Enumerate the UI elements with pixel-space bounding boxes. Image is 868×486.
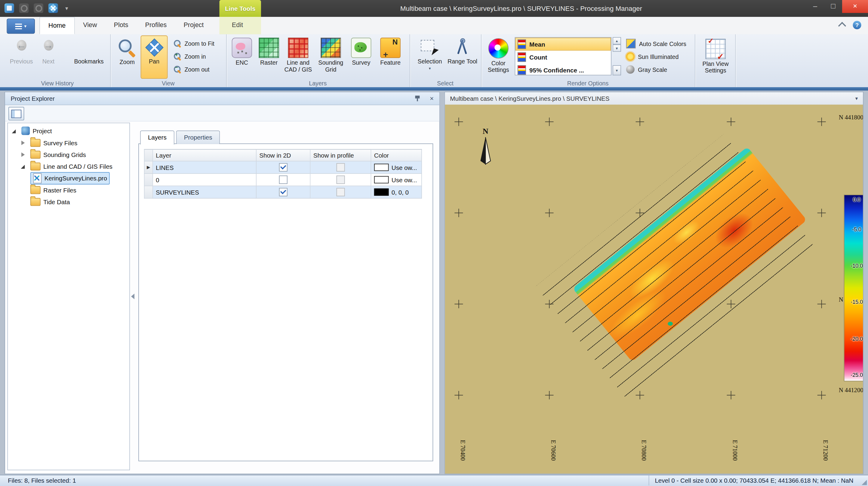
survey-area-icon: [351, 38, 371, 58]
quick-access-toolbar: ▾: [4, 3, 68, 13]
tree-item-keringsurveylines[interactable]: KeringSurveyLines.pro: [8, 172, 129, 184]
bookmarks-button[interactable]: Bookmarks: [71, 35, 107, 79]
explorer-view-button[interactable]: [8, 107, 24, 120]
panel-close-icon[interactable]: ×: [430, 92, 434, 105]
color-swatch[interactable]: [374, 163, 389, 171]
tree-item-project[interactable]: Project: [8, 125, 129, 136]
next-button[interactable]: → Next: [35, 35, 62, 79]
resize-grip[interactable]: ◢: [862, 479, 867, 485]
tree-item-sounding-grids[interactable]: Sounding Grids: [8, 149, 129, 160]
tab-properties[interactable]: Properties: [176, 130, 220, 144]
color-swatch[interactable]: [374, 188, 389, 196]
zoom-to-fit-button[interactable]: Zoom to Fit: [171, 37, 228, 49]
sounding-grid-button[interactable]: Sounding Grid: [315, 35, 346, 79]
color-swatch[interactable]: [374, 176, 389, 183]
selection-cursor-icon: [420, 38, 439, 57]
table-row[interactable]: SURVEYLINES 0, 0, 0: [144, 186, 422, 199]
splitter-collapse-icon[interactable]: [131, 294, 134, 299]
map-canvas[interactable]: N N 441800 N 441400 N 441200 E 70400 E 7…: [445, 105, 863, 474]
plan-view-settings-button[interactable]: Plan View Settings: [699, 35, 732, 79]
selection-caret-icon: ▾: [429, 65, 431, 71]
ribbon-tab-row: ▾ Home View Plots Profiles Project Edit …: [0, 17, 868, 35]
map-document-tab[interactable]: Multibeam case \ KeringSurveyLines.pro \…: [445, 92, 863, 105]
document-list-caret-icon[interactable]: ▾: [856, 92, 858, 105]
previous-button[interactable]: ← Previous: [8, 35, 35, 79]
close-button[interactable]: ×: [842, 0, 868, 13]
survey-button[interactable]: Survey: [348, 35, 375, 79]
line-cad-gis-button[interactable]: Line and CAD / GIS: [282, 35, 314, 79]
tab-layers[interactable]: Layers: [140, 130, 175, 145]
checkbox-show-2d[interactable]: [279, 163, 287, 172]
table-row[interactable]: 0 Use ow...: [144, 174, 422, 186]
expander-closed-icon[interactable]: [20, 140, 26, 146]
ribbon-separator: [0, 87, 868, 91]
maximize-button[interactable]: □: [824, 0, 842, 13]
tab-plots[interactable]: Plots: [105, 17, 137, 34]
color-settings-button[interactable]: Color Settings: [483, 35, 514, 79]
expander-open-icon[interactable]: [11, 128, 17, 134]
collapse-ribbon-icon[interactable]: [838, 22, 846, 30]
scroll-up-button[interactable]: ▲: [613, 37, 621, 44]
pin-icon[interactable]: [414, 95, 420, 102]
line-cad-grid-icon: [288, 38, 308, 58]
colorbar-label: -20.0: [844, 336, 863, 342]
pan-icon: [145, 38, 164, 57]
checkbox-show-profile[interactable]: [336, 176, 345, 184]
help-icon[interactable]: ?: [852, 21, 861, 29]
qat-tool-icon[interactable]: [19, 3, 29, 13]
zoom-in-button[interactable]: + Zoom in: [171, 50, 228, 62]
easting-label: E 71000: [732, 440, 738, 461]
tree-item-survey-files[interactable]: Survey Files: [8, 137, 129, 149]
tree-item-raster-files[interactable]: Raster Files: [8, 184, 129, 196]
group-plan-view: Plan View Settings: [695, 34, 736, 87]
header-show-in-2d: Show in 2D: [256, 149, 311, 161]
group-label-view: View: [111, 80, 226, 87]
tab-profiles[interactable]: Profiles: [136, 17, 175, 34]
zoom-out-button[interactable]: − Zoom out: [171, 63, 228, 75]
tab-project[interactable]: Project: [175, 17, 212, 34]
checkbox-show-profile[interactable]: [336, 163, 345, 172]
grid-cross: [817, 391, 826, 399]
tab-edit[interactable]: Edit: [223, 17, 251, 34]
color-ramp-icon: [518, 52, 526, 62]
feature-button[interactable]: Feature: [376, 35, 405, 79]
render-mode-confidence[interactable]: 95% Confidence ...: [515, 63, 611, 77]
minimize-button[interactable]: –: [806, 0, 824, 13]
expander-closed-icon[interactable]: [20, 152, 26, 157]
gray-scale-option[interactable]: Gray Scale: [626, 63, 667, 75]
raster-button[interactable]: Raster: [255, 35, 282, 79]
grid-cross: [727, 391, 735, 399]
render-list-dropdown-button[interactable]: ▾: [613, 65, 621, 75]
selection-button[interactable]: Selection ▾: [414, 35, 446, 79]
auto-scale-colors-option[interactable]: Auto Scale Colors: [626, 38, 686, 49]
tree-item-tide-data[interactable]: Tide Data: [8, 196, 129, 208]
easting-label: E 70800: [641, 440, 647, 461]
render-mode-count[interactable]: Count: [515, 51, 611, 63]
tab-view[interactable]: View: [74, 17, 105, 34]
qat-tool2-icon[interactable]: [34, 3, 43, 13]
zoom-button[interactable]: Zoom: [114, 35, 141, 79]
app-logo-icon[interactable]: [4, 3, 14, 13]
colorbar-label: -25.0: [844, 372, 863, 378]
checkbox-show-2d[interactable]: [279, 188, 287, 196]
tab-home[interactable]: Home: [39, 17, 74, 34]
checkbox-show-profile[interactable]: [336, 188, 345, 196]
table-row[interactable]: ▶ LINES Use ow...: [144, 161, 422, 174]
magnifier-icon: [118, 38, 137, 57]
current-row-marker-icon: ▶: [147, 165, 150, 170]
contextual-tab-line-tools[interactable]: Line Tools: [219, 0, 261, 17]
qat-caret-icon[interactable]: ▾: [65, 5, 68, 11]
group-layers: ENC Raster Line and CAD / GIS Sounding G…: [226, 34, 410, 87]
qat-pan-icon[interactable]: [49, 3, 58, 13]
header-show-in-profile: Show in profile: [310, 149, 371, 161]
pan-button[interactable]: Pan: [141, 35, 168, 79]
app-menu-button[interactable]: ▾: [7, 19, 35, 34]
range-tool-button[interactable]: Range Tool: [446, 35, 478, 79]
scroll-down-button[interactable]: ▼: [613, 44, 621, 52]
expander-open-icon[interactable]: [20, 163, 26, 169]
checkbox-show-2d[interactable]: [279, 176, 287, 184]
tree-item-line-cad-gis-files[interactable]: Line and CAD / GIS Files: [8, 160, 129, 172]
enc-button[interactable]: ENC: [228, 35, 255, 79]
render-mode-mean[interactable]: Mean: [515, 38, 611, 51]
sun-illuminated-option[interactable]: Sun Illuminated: [626, 51, 679, 62]
